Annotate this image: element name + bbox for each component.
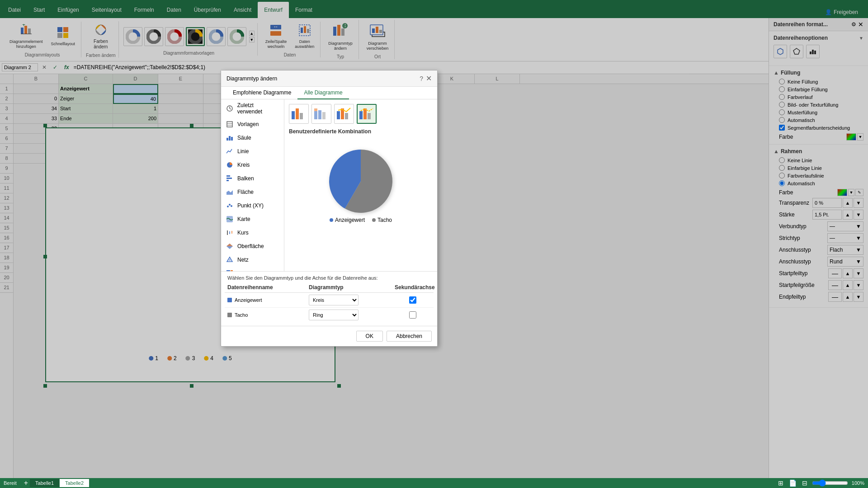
- series1-type-select[interactable]: Kreis Ring Säule Linie: [309, 295, 359, 305]
- chart-type-oberflache[interactable]: Oberfläche: [221, 239, 284, 253]
- karte-icon: [226, 215, 234, 223]
- add-sheet-btn[interactable]: +: [22, 479, 30, 487]
- status-bar: Bereit + Tabelle1 Tabelle2 ⊞ 📄 ⊟ 100%: [0, 478, 868, 488]
- svg-rect-95: [363, 108, 367, 119]
- svg-marker-51: [226, 190, 233, 195]
- subtype-2[interactable]: [311, 104, 331, 124]
- chart-type-zuletzt[interactable]: Zuletzt verwendet: [221, 99, 284, 117]
- dialog-tab-alle[interactable]: Alle Diagramme: [297, 87, 349, 99]
- balken-icon: [226, 174, 234, 183]
- svg-rect-49: [226, 178, 232, 179]
- svg-rect-48: [226, 175, 230, 177]
- chart-type-balken[interactable]: Balken: [221, 172, 284, 185]
- data-series-section: Wählen Sie den Diagrammtyp und die Achse…: [221, 271, 437, 326]
- svg-rect-89: [318, 110, 321, 119]
- svg-rect-85: [296, 108, 299, 119]
- chart-subtypes-row: [289, 104, 433, 124]
- svg-rect-94: [359, 111, 363, 119]
- dialog-title-label: Diagrammtyp ändern: [226, 75, 277, 82]
- dialog-close-btn[interactable]: ✕: [426, 74, 432, 83]
- dialog-tab-empfohlen[interactable]: Empfohlene Diagramme: [226, 87, 297, 99]
- chart-type-treemap[interactable]: Treemap: [221, 267, 284, 271]
- svg-rect-64: [231, 270, 233, 271]
- kurs-icon: [226, 229, 234, 237]
- dialog-body: Zuletzt verwendet Vorlagen Säule Linie K…: [221, 99, 437, 271]
- sheet-tab-tabelle1[interactable]: Tabelle1: [30, 479, 60, 487]
- zoom-slider[interactable]: [812, 479, 848, 487]
- chart-type-vorlagen[interactable]: Vorlagen: [221, 117, 284, 131]
- svg-rect-93: [345, 113, 348, 119]
- svg-rect-91: [337, 111, 340, 119]
- oberflache-icon: [226, 242, 234, 250]
- ok-button[interactable]: OK: [356, 331, 383, 342]
- flache-icon: [226, 188, 234, 196]
- series2-secondary-checkbox[interactable]: [409, 311, 416, 319]
- chart-type-flache[interactable]: Fläche: [221, 185, 284, 199]
- svg-rect-45: [229, 136, 231, 141]
- preview-chart: [293, 138, 429, 215]
- zoom-label: 100%: [852, 480, 864, 486]
- series2-type-select[interactable]: Ring Kreis Säule Linie: [309, 310, 359, 320]
- subtype-3[interactable]: [334, 104, 354, 124]
- view-normal-btn[interactable]: ⊞: [777, 479, 784, 488]
- svg-point-53: [229, 204, 231, 206]
- chart-type-netz[interactable]: Netz: [221, 253, 284, 267]
- svg-point-52: [227, 206, 229, 207]
- dialog-tabs: Empfohlene Diagramme Alle Diagramme: [221, 87, 437, 99]
- svg-rect-50: [226, 180, 229, 181]
- svg-rect-41: [227, 122, 232, 127]
- subtype-4[interactable]: [357, 104, 377, 124]
- dialog-help-btn[interactable]: ?: [420, 75, 423, 82]
- svg-rect-46: [231, 137, 233, 141]
- kreis-icon: [226, 161, 234, 169]
- chart-preview-area: Benutzerdefinierte Kombination: [284, 99, 437, 271]
- series2-name: Tacho: [235, 312, 248, 318]
- svg-rect-44: [226, 138, 228, 141]
- svg-rect-84: [292, 111, 295, 119]
- chart-type-kreis[interactable]: Kreis: [221, 158, 284, 172]
- svg-rect-96: [368, 113, 371, 119]
- preview-title: Benutzerdefinierte Kombination: [289, 128, 433, 135]
- svg-rect-86: [300, 113, 303, 119]
- view-page-btn[interactable]: 📄: [788, 479, 797, 488]
- cancel-button[interactable]: Abbrechen: [387, 331, 432, 342]
- svg-marker-60: [226, 244, 233, 246]
- series-prompt: Wählen Sie den Diagrammtyp und die Achse…: [225, 275, 434, 281]
- svg-rect-90: [322, 112, 326, 119]
- series1-secondary-checkbox[interactable]: [409, 296, 416, 304]
- view-pagebreak-btn[interactable]: ⊟: [801, 479, 808, 488]
- svg-line-40: [230, 108, 231, 109]
- svg-rect-63: [226, 270, 230, 271]
- svg-point-54: [231, 205, 232, 207]
- chart-legend: Anzeigewert Tacho: [289, 217, 433, 223]
- dialog-footer: OK Abbrechen: [221, 326, 437, 346]
- linie-icon: [226, 147, 234, 155]
- series-header: Datenreihenname Diagrammtyp Sekundärachs…: [225, 282, 434, 293]
- netz-icon: [226, 256, 234, 264]
- svg-rect-88: [314, 108, 317, 111]
- svg-rect-87: [314, 111, 317, 119]
- treemap-icon: [226, 269, 234, 271]
- status-label: Bereit: [4, 480, 17, 486]
- chart-type-saule[interactable]: Säule: [221, 131, 284, 145]
- series2-color: [227, 313, 232, 317]
- chart-type-list: Zuletzt verwendet Vorlagen Säule Linie K…: [221, 99, 284, 271]
- dialog-titlebar: Diagrammtyp ändern ? ✕: [221, 70, 437, 87]
- chart-type-punkt[interactable]: Punkt (XY): [221, 199, 284, 212]
- series-row-1: Anzeigewert Kreis Ring Säule Linie: [225, 293, 434, 308]
- chart-type-karte[interactable]: Karte: [221, 212, 284, 226]
- punkt-icon: [226, 202, 234, 210]
- saule-icon: [226, 134, 234, 142]
- vorlagen-icon: [226, 120, 234, 128]
- sheet-tabs: + Tabelle1 Tabelle2: [22, 479, 90, 487]
- series-row-2: Tacho Ring Kreis Säule Linie: [225, 308, 434, 322]
- sheet-tab-tabelle2[interactable]: Tabelle2: [60, 479, 90, 487]
- dialog-diagrammtyp: Diagrammtyp ändern ? ✕ Empfohlene Diagra…: [221, 70, 438, 347]
- subtype-1[interactable]: [289, 104, 309, 124]
- series1-color: [227, 298, 232, 302]
- series1-name: Anzeigewert: [235, 297, 262, 303]
- chart-type-linie[interactable]: Linie: [221, 145, 284, 158]
- chart-type-kurs[interactable]: Kurs: [221, 226, 284, 239]
- zuletzt-icon: [226, 104, 234, 113]
